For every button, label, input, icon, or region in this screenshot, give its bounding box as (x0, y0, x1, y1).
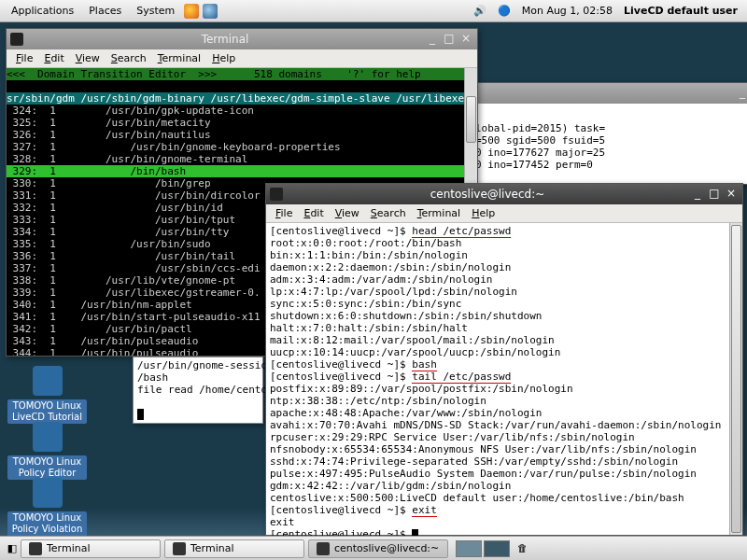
terminal-icon (29, 542, 42, 555)
menu-help[interactable]: Help (206, 52, 241, 64)
minimize-button[interactable]: _ (425, 33, 440, 46)
minimize-button[interactable]: _ (735, 87, 747, 100)
terminal-window-2: centoslive@livecd:~ _ □ × File Edit View… (265, 183, 743, 536)
menu-edit[interactable]: Edit (38, 52, 69, 64)
task-centoslive[interactable]: centoslive@livecd:~ (308, 539, 448, 558)
task-label: centoslive@livecd:~ (334, 542, 439, 554)
firefox-icon[interactable] (184, 4, 199, 19)
terminal-icon (270, 188, 283, 201)
terminal-icon (317, 542, 330, 555)
thunderbird-icon[interactable] (203, 4, 218, 19)
close-button[interactable]: × (458, 33, 473, 46)
network-icon[interactable]: 🔵 (492, 5, 516, 17)
user-label[interactable]: LiveCD default user (618, 5, 743, 17)
window-title: centoslive@livecd:~ (287, 188, 688, 201)
menu-search[interactable]: Search (106, 52, 152, 64)
menu-terminal[interactable]: Terminal (152, 52, 207, 64)
desktop-icon-label: TOMOYO Linux Policy Editor (7, 455, 87, 480)
cursor (137, 409, 144, 420)
menu-help[interactable]: Help (466, 207, 500, 219)
desktop-icon-label: TOMOYO Linux LiveCD Tutorial (7, 399, 87, 424)
menubar-2: File Edit View Search Terminal Help (266, 204, 742, 223)
maximize-button[interactable]: □ (707, 188, 722, 201)
terminal-icon (10, 33, 23, 46)
cmd-exit: exit (412, 504, 437, 517)
workspace-switcher (456, 540, 510, 557)
background-window: _ □ × lobal-pid=2015) task= =500 sgid=50… (471, 82, 747, 185)
bg-titlebar[interactable]: _ □ × (472, 83, 747, 104)
selected-row: 329: 1 /bin/bash (7, 165, 477, 177)
terminal-icon (173, 542, 186, 555)
editor-path: sr/sbin/gdm /usr/sbin/gdm-binary /usr/li… (7, 92, 477, 105)
maximize-button[interactable]: □ (442, 33, 457, 46)
workspace-2[interactable] (484, 540, 510, 557)
cmd-head: head /etc/passwd (412, 225, 511, 238)
menu-search[interactable]: Search (365, 207, 412, 219)
menu-file[interactable]: File (10, 52, 38, 64)
violation-log-icon (33, 478, 63, 508)
applications-menu[interactable]: Applications (4, 5, 81, 17)
task-label: Terminal (190, 542, 234, 554)
task-terminal-2[interactable]: Terminal (164, 539, 304, 558)
window-title: Terminal (27, 33, 423, 46)
close-button[interactable]: × (724, 188, 739, 201)
top-panel: Applications Places System 🔊 🔵 Mon Aug 1… (0, 0, 747, 22)
places-menu[interactable]: Places (81, 5, 129, 17)
bg-content: lobal-pid=2015) task= =500 sgid=500 fsui… (472, 104, 747, 184)
system-menu[interactable]: System (129, 5, 182, 17)
menu-view[interactable]: View (70, 52, 106, 64)
cmd-tail: tail /etc/passwd (412, 371, 511, 384)
desktop-icon-tutorial[interactable]: TOMOYO Linux LiveCD Tutorial (7, 366, 87, 424)
desktop-icon-policy-editor[interactable]: TOMOYO Linux Policy Editor (7, 422, 87, 480)
menu-edit[interactable]: Edit (298, 207, 329, 219)
scrollbar-thumb[interactable] (731, 225, 741, 533)
show-desktop-button[interactable]: ◧ (4, 542, 21, 554)
scrollbar-thumb[interactable] (466, 96, 476, 143)
task-label: Terminal (47, 542, 91, 554)
task-terminal-1[interactable]: Terminal (21, 539, 161, 558)
tooltip-content: /usr/bin/gnome-session /bash file read /… (134, 357, 262, 423)
titlebar-2[interactable]: centoslive@livecd:~ _ □ × (266, 184, 742, 204)
tutorial-icon (33, 366, 63, 396)
minimize-button[interactable]: _ (690, 188, 705, 201)
policy-editor-icon (33, 422, 63, 452)
workspace-1[interactable] (456, 540, 482, 557)
volume-icon[interactable]: 🔊 (468, 5, 492, 17)
clock[interactable]: Mon Aug 1, 02:58 (516, 5, 618, 17)
menu-view[interactable]: View (330, 207, 365, 219)
menubar-1: File Edit View Search Terminal Help (7, 49, 477, 68)
menu-terminal[interactable]: Terminal (412, 207, 467, 219)
scrollbar[interactable] (729, 223, 742, 535)
editor-header: <<< Domain Transition Editor >>> 518 dom… (7, 68, 477, 80)
titlebar-1[interactable]: Terminal _ □ × (7, 29, 477, 49)
trash-icon[interactable]: 🗑 (514, 542, 530, 554)
bottom-panel: ◧ Terminal Terminal centoslive@livecd:~ … (0, 536, 747, 560)
tooltip-window: /usr/bin/gnome-session /bash file read /… (133, 357, 263, 424)
cmd-bash: bash (412, 358, 437, 371)
terminal-content-2[interactable]: [centoslive@livecd ~]$ head /etc/passwd … (266, 223, 742, 535)
menu-file[interactable]: File (270, 207, 298, 219)
